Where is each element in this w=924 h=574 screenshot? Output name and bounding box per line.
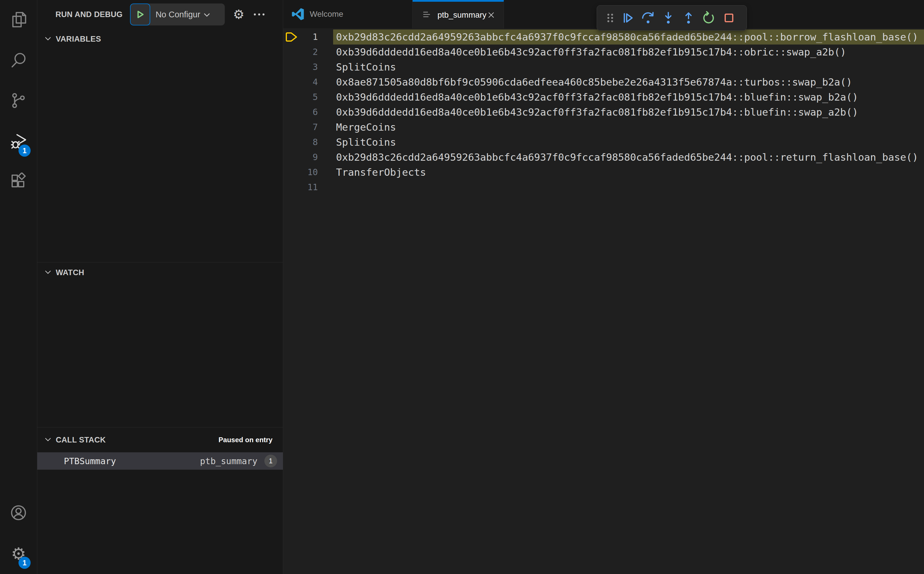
debug-settings-gear-icon[interactable]: ⚙ — [233, 8, 244, 21]
restart-icon — [701, 10, 716, 25]
close-icon[interactable] — [488, 11, 495, 19]
files-icon — [9, 11, 27, 30]
debug-toolbar — [597, 5, 747, 31]
more-actions-icon[interactable] — [252, 8, 266, 21]
line-number[interactable]: 8 — [305, 135, 318, 150]
call-stack-frame-row[interactable]: PTBSummary ptb_summary 1 — [37, 452, 283, 470]
variables-section-label: VARIABLES — [56, 35, 101, 44]
stack-frame-name: PTBSummary — [64, 456, 116, 466]
current-stackframe-icon — [283, 30, 305, 44]
watch-section-header[interactable]: WATCH — [37, 262, 283, 283]
stop-icon — [721, 10, 737, 25]
sidebar-item-extensions[interactable] — [0, 162, 37, 202]
code-line: 4 0x8ae871505a80d8bf6bf9c05906cda6edfeea… — [283, 74, 924, 90]
code-line: 1 0xb29d83c26cdd2a64959263abbcfc4a6937f0… — [283, 30, 924, 44]
chevron-down-icon — [44, 35, 52, 43]
file-list-icon — [421, 9, 432, 21]
start-debugging-button[interactable] — [130, 3, 150, 25]
sidebar-item-run-and-debug[interactable]: 1 — [0, 121, 37, 162]
search-icon — [9, 51, 27, 70]
line-number[interactable]: 1 — [305, 30, 318, 44]
code-line: 9 0xb29d83c26cdd2a64959263abbcfc4a6937f0… — [283, 150, 924, 165]
variables-section: VARIABLES — [37, 29, 283, 262]
line-text[interactable]: 0xb39d6dddedd16ed8a40ce0b1e6b43c92acf0ff… — [333, 44, 924, 60]
line-text[interactable]: 0xb29d83c26cdd2a64959263abbcfc4a6937f0c9… — [333, 30, 924, 44]
watch-body — [37, 283, 283, 427]
line-number[interactable]: 6 — [305, 105, 318, 120]
line-number[interactable]: 4 — [305, 74, 318, 90]
code-line: 10 TransferObjects — [283, 165, 924, 180]
extensions-icon — [9, 173, 27, 192]
code-line: 7 MergeCoins — [283, 120, 924, 135]
line-text[interactable]: TransferObjects — [333, 165, 924, 180]
watch-section-label: WATCH — [56, 268, 84, 277]
stack-frame-file: ptb_summary — [200, 456, 257, 466]
code-editor[interactable]: 1 0xb29d83c26cdd2a64959263abbcfc4a6937f0… — [283, 28, 924, 195]
manage-button[interactable]: ⚙ 1 — [0, 533, 37, 574]
call-stack-section-label: CALL STACK — [56, 435, 106, 445]
editor-area: Welcome ptb_summary — [283, 0, 924, 574]
chevron-down-icon — [44, 435, 52, 444]
vscode-window: 1 ⚙ 1 RUN AND DEBUG No Configur — [0, 0, 924, 574]
toolbar-drag-handle[interactable] — [603, 8, 618, 28]
code-line: 5 0xb39d6dddedd16ed8a40ce0b1e6b43c92acf0… — [283, 90, 924, 105]
line-number[interactable]: 2 — [305, 44, 318, 60]
line-number[interactable]: 7 — [305, 120, 318, 135]
step-over-icon — [641, 10, 656, 25]
code-line: 3 SplitCoins — [283, 60, 924, 74]
line-number[interactable]: 3 — [305, 60, 318, 74]
gripper-icon — [603, 10, 618, 25]
activity-bar: 1 ⚙ 1 — [0, 0, 37, 574]
sidebar-item-search[interactable] — [0, 41, 37, 81]
line-text[interactable]: MergeCoins — [333, 120, 924, 135]
code-line: 11 — [283, 180, 924, 195]
debug-badge: 1 — [19, 145, 31, 157]
account-icon — [9, 504, 27, 523]
line-text[interactable]: 0x8ae871505a80d8bf6bf9c05906cda6edfeea46… — [333, 74, 924, 90]
watch-section: WATCH — [37, 262, 283, 427]
tab-ptb-summary[interactable]: ptb_summary — [412, 0, 504, 28]
line-text[interactable]: SplitCoins — [333, 60, 924, 74]
tab-welcome-label: Welcome — [310, 9, 343, 19]
step-out-button[interactable] — [678, 8, 699, 28]
step-into-icon — [661, 10, 676, 25]
line-number[interactable]: 9 — [305, 150, 318, 165]
step-into-button[interactable] — [658, 8, 678, 28]
variables-body — [37, 49, 283, 262]
stop-button[interactable] — [719, 8, 739, 28]
code-line: 6 0xb39d6dddedd16ed8a40ce0b1e6b43c92acf0… — [283, 105, 924, 120]
line-text[interactable]: 0xb39d6dddedd16ed8a40ce0b1e6b43c92acf0ff… — [333, 90, 924, 105]
configuration-label: No Configur — [156, 10, 200, 19]
line-number[interactable]: 5 — [305, 90, 318, 105]
line-number[interactable]: 11 — [305, 180, 318, 195]
line-number[interactable]: 10 — [305, 165, 318, 180]
call-stack-section: CALL STACK Paused on entry PTBSummary pt… — [37, 427, 283, 574]
stack-frame-badge: 1 — [264, 455, 277, 467]
step-out-icon — [681, 10, 696, 25]
continue-icon — [620, 10, 635, 25]
debug-configuration-dropdown[interactable]: No Configur — [130, 3, 225, 25]
tab-ptb-summary-label: ptb_summary — [438, 10, 486, 20]
chevron-down-icon — [200, 9, 211, 20]
source-control-icon — [9, 91, 27, 111]
activity-bar-spacer — [0, 202, 37, 493]
line-text[interactable]: 0xb39d6dddedd16ed8a40ce0b1e6b43c92acf0ff… — [333, 105, 924, 120]
step-over-button[interactable] — [638, 8, 658, 28]
call-stack-section-header[interactable]: CALL STACK Paused on entry — [37, 430, 283, 450]
continue-button[interactable] — [618, 8, 638, 28]
line-text[interactable] — [333, 180, 924, 195]
vscode-logo-icon — [292, 8, 304, 20]
paused-status-text: Paused on entry — [219, 436, 272, 444]
sidebar-titlebar: RUN AND DEBUG No Configur ⚙ — [37, 0, 283, 29]
tab-welcome[interactable]: Welcome — [283, 0, 412, 28]
restart-button[interactable] — [699, 8, 719, 28]
sidebar-title: RUN AND DEBUG — [55, 10, 123, 19]
accounts-button[interactable] — [0, 493, 37, 533]
line-text[interactable]: 0xb29d83c26cdd2a64959263abbcfc4a6937f0c9… — [333, 150, 924, 165]
sidebar-item-explorer[interactable] — [0, 0, 37, 41]
play-icon — [135, 9, 145, 19]
line-text[interactable]: SplitCoins — [333, 135, 924, 150]
variables-section-header[interactable]: VARIABLES — [37, 29, 283, 49]
chevron-down-icon — [44, 268, 52, 277]
sidebar-item-source-control[interactable] — [0, 81, 37, 121]
